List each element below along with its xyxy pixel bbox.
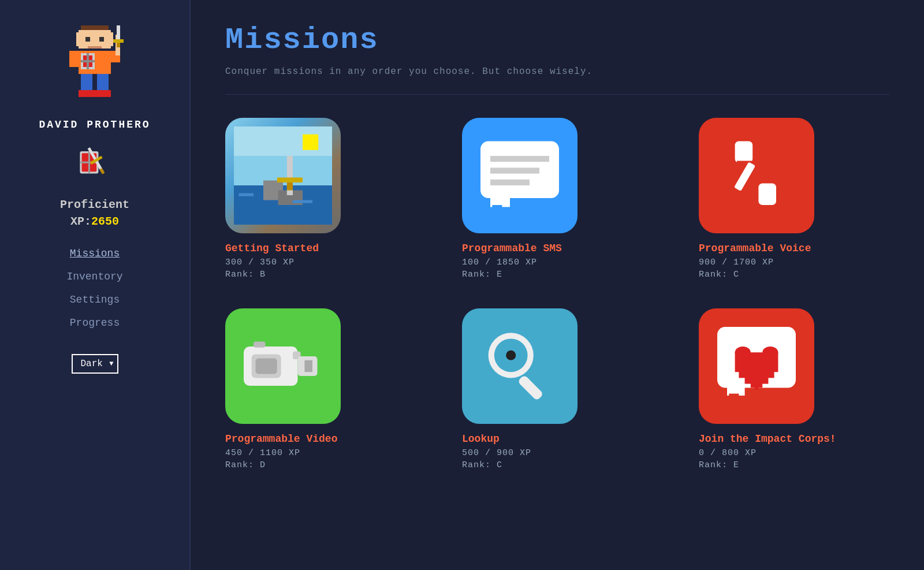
svg-rect-1 (79, 30, 111, 49)
video-icon (234, 317, 332, 415)
svg-rect-61 (506, 351, 516, 360)
svg-rect-68 (735, 352, 778, 372)
mission-xp-getting-started: 300 / 350 XP (225, 258, 416, 267)
svg-rect-58 (254, 342, 265, 348)
mission-rank-getting-started: Rank: B (225, 270, 416, 280)
player-avatar (49, 17, 141, 110)
page-subtitle: Conquer missions in any order you choose… (225, 66, 889, 77)
player-name: DAVID PROTHERO (39, 119, 150, 131)
mission-rank-lookup: Rank: C (462, 460, 653, 470)
svg-rect-17 (117, 43, 120, 47)
svg-rect-2 (76, 32, 81, 46)
character-sprite (57, 23, 132, 104)
voice-icon (707, 126, 806, 225)
svg-rect-46 (735, 141, 753, 163)
theme-select-wrapper[interactable]: Dark Light ▼ (72, 354, 118, 374)
mission-xp-voice: 900 / 1700 XP (699, 258, 889, 267)
nav-progress[interactable]: Progress (70, 315, 120, 331)
svg-rect-11 (81, 60, 95, 62)
svg-rect-45 (490, 180, 530, 185)
main-content: Missions Conquer missions in any order y… (191, 0, 924, 570)
svg-rect-16 (113, 39, 124, 43)
xp-display: XP:2650 (70, 215, 119, 228)
mission-rank-impact: Rank: E (699, 460, 889, 470)
svg-rect-12 (69, 51, 79, 67)
svg-rect-18 (81, 74, 92, 92)
svg-rect-19 (97, 74, 109, 92)
mission-icon-voice (699, 118, 814, 233)
mission-card-video[interactable]: Programmable Video 450 / 1100 XP Rank: D (225, 308, 416, 470)
svg-rect-6 (88, 46, 102, 49)
xp-label: XP: (70, 215, 91, 228)
mission-title-impact: Join the Impact Corps! (699, 433, 889, 445)
weapon-display (74, 142, 115, 191)
mission-title-voice: Programmable Voice (699, 243, 889, 254)
mission-card-lookup[interactable]: Lookup 500 / 900 XP Rank: C (462, 308, 653, 470)
mission-icon-sms (462, 118, 578, 233)
nav-missions[interactable]: Missions (70, 245, 120, 262)
mission-xp-video: 450 / 1100 XP (225, 448, 416, 458)
mission-icon-video (225, 308, 341, 424)
svg-rect-54 (255, 358, 277, 374)
svg-rect-50 (758, 184, 776, 205)
svg-rect-36 (277, 177, 303, 182)
missions-grid: Getting Started 300 / 350 XP Rank: B (225, 118, 889, 470)
svg-rect-0 (81, 25, 109, 30)
weapon-icon (74, 142, 115, 188)
xp-value: 2650 (91, 215, 119, 228)
svg-rect-37 (287, 182, 293, 191)
mission-title-sms: Programmable SMS (462, 243, 653, 254)
mission-card-impact[interactable]: Join the Impact Corps! 0 / 800 XP Rank: … (699, 308, 889, 470)
svg-rect-62 (517, 375, 544, 401)
mission-xp-impact: 0 / 800 XP (699, 448, 889, 458)
svg-rect-72 (755, 386, 759, 390)
svg-rect-39 (293, 200, 312, 203)
svg-rect-38 (239, 193, 254, 196)
theme-selector-container: Dark Light ▼ (72, 354, 118, 374)
svg-rect-20 (79, 90, 95, 97)
rank-label: Proficient (60, 198, 129, 211)
mission-xp-lookup: 500 / 900 XP (462, 448, 653, 458)
divider (225, 94, 889, 95)
mission-icon-impact (699, 308, 814, 424)
sms-icon (471, 126, 569, 225)
mission-card-voice[interactable]: Programmable Voice 900 / 1700 XP Rank: C (699, 118, 889, 280)
theme-select[interactable]: Dark Light (72, 354, 118, 374)
lookup-icon (471, 317, 569, 415)
svg-rect-21 (95, 90, 111, 97)
nav-inventory[interactable]: Inventory (66, 269, 122, 285)
mission-title-lookup: Lookup (462, 433, 653, 445)
mission-title-getting-started: Getting Started (225, 243, 416, 254)
navigation-menu: Missions Inventory Settings Progress (12, 245, 178, 331)
mission-title-video: Programmable Video (225, 433, 416, 445)
mission-xp-sms: 100 / 1850 XP (462, 258, 653, 267)
mission-rank-video: Rank: D (225, 460, 416, 470)
svg-rect-31 (303, 135, 318, 150)
nav-settings[interactable]: Settings (70, 292, 120, 308)
svg-rect-4 (85, 37, 90, 42)
mission-icon-adventure (225, 118, 341, 233)
impact-icon (707, 317, 806, 415)
mission-card-sms[interactable]: Programmable SMS 100 / 1850 XP Rank: E (462, 118, 653, 280)
mission-card-getting-started[interactable]: Getting Started 300 / 350 XP Rank: B (225, 118, 416, 280)
svg-rect-44 (490, 167, 539, 173)
svg-rect-57 (304, 360, 312, 372)
svg-rect-42 (492, 205, 502, 213)
svg-rect-65 (729, 394, 739, 402)
svg-rect-43 (490, 156, 549, 162)
mission-icon-lookup (462, 308, 578, 424)
sidebar: DAVID PROTHERO Proficient XP:2650 Missio… (0, 0, 191, 570)
svg-rect-5 (99, 37, 104, 42)
adventure-icon (234, 126, 332, 225)
page-title: Missions (225, 23, 889, 57)
mission-rank-sms: Rank: E (462, 270, 653, 280)
svg-rect-3 (109, 32, 113, 46)
mission-rank-voice: Rank: C (699, 270, 889, 280)
